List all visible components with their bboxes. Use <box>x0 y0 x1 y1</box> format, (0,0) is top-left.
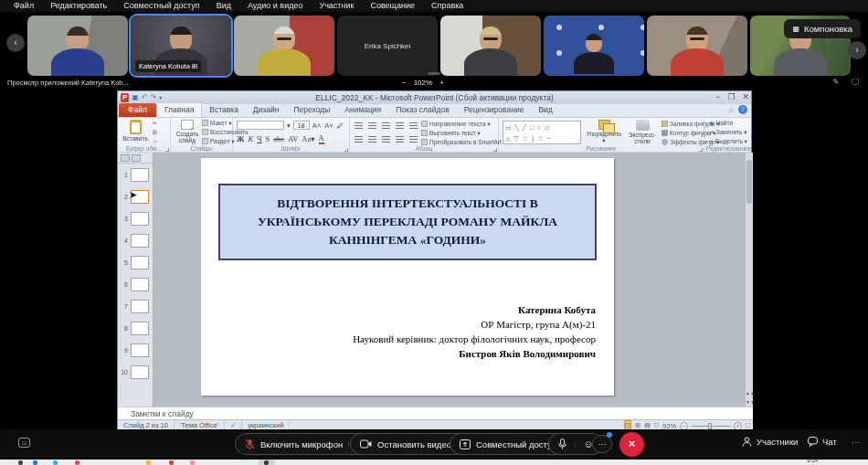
ppt-title-bar[interactable]: P ▣ ↶ ↷ ▾ ELLIC_2022_KK - Microsoft Powe… <box>118 91 751 104</box>
annotate-icon[interactable]: ✎ <box>833 78 840 87</box>
restore-button[interactable]: ❐ <box>727 92 735 101</box>
collapse-ribbon-icon[interactable]: ◬ <box>729 106 734 113</box>
slide-author-block[interactable]: Катерина Кобута ОР Магістр, група А(м)-2… <box>353 302 596 361</box>
tab-transitions[interactable]: Переходы <box>286 103 337 117</box>
taskbar-active-app[interactable] <box>259 460 275 465</box>
grow-font-icon[interactable]: A˄ <box>312 122 322 130</box>
shapes-gallery[interactable]: ▭ ╲ ╱ □ ○ ◇ △ ▽ ☆ } ☆ ~ <box>503 121 581 144</box>
paste-button[interactable]: Вставить <box>122 120 149 142</box>
participant-tile[interactable] <box>27 16 128 76</box>
slide-canvas[interactable]: ВІДТВОРЕННЯ ІНТЕРТЕКСТУАЛЬНОСТІ В УКРАЇН… <box>201 158 614 396</box>
menu-meeting[interactable]: Совещание <box>362 0 423 12</box>
decrease-indent-icon[interactable] <box>382 122 390 130</box>
strip-handle[interactable] <box>428 72 440 75</box>
leave-meeting-button[interactable]: × <box>619 432 644 457</box>
participant-tile[interactable] <box>647 16 747 76</box>
tab-slideshow[interactable]: Показ слайдов <box>388 103 457 117</box>
taskbar-app-icon[interactable] <box>33 460 37 465</box>
italic-button[interactable]: К <box>248 134 253 143</box>
chat-button[interactable]: Чат <box>808 437 837 447</box>
change-case-icon[interactable]: Aa▾ <box>302 134 314 143</box>
scrollbar-thumb[interactable] <box>746 160 752 204</box>
underline-button[interactable]: Ч <box>257 134 262 143</box>
tab-review[interactable]: Рецензирование <box>457 103 532 117</box>
shrink-font-icon[interactable]: A˅ <box>323 122 333 130</box>
justify-icon[interactable] <box>396 136 404 143</box>
new-slide-button[interactable]: Создать слайд <box>173 120 202 143</box>
slide-thumbnail-6[interactable]: 6 <box>118 273 153 295</box>
char-spacing-icon[interactable]: AV <box>288 134 298 143</box>
monitor-icon[interactable]: 🖵 <box>852 78 859 87</box>
menu-file[interactable]: Файл <box>5 0 42 12</box>
taskbar-app-icon[interactable] <box>53 460 58 465</box>
slide-title-box[interactable]: ВІДТВОРЕННЯ ІНТЕРТЕКСТУАЛЬНОСТІ В УКРАЇН… <box>218 184 597 260</box>
taskbar-app-icon[interactable] <box>75 460 79 465</box>
tab-outline-icon[interactable] <box>132 154 141 162</box>
close-button[interactable]: ✕ <box>742 92 749 101</box>
start-icon[interactable] <box>18 460 23 465</box>
tab-view[interactable]: Вид <box>531 103 559 117</box>
font-size-input[interactable]: 18 <box>293 121 310 130</box>
text-direction-button[interactable]: Направление текста ▾ <box>421 121 506 128</box>
copy-icon[interactable]: ⧉ <box>153 129 157 136</box>
replace-button[interactable]: ⇄ Заменить ▾ <box>709 129 747 136</box>
line-spacing-icon[interactable] <box>409 122 418 130</box>
numbered-list-icon[interactable] <box>368 122 376 130</box>
align-right-icon[interactable] <box>382 136 390 143</box>
find-button[interactable]: ◉ Найти <box>709 120 747 127</box>
slide-thumbnail-3[interactable]: 3 <box>118 207 153 229</box>
dialog-launcher-icon[interactable] <box>699 148 703 152</box>
gallery-next-icon[interactable]: › <box>848 41 866 59</box>
slide-thumbnail-10[interactable]: 10 <box>118 361 153 383</box>
menu-edit[interactable]: Редактировать <box>42 0 115 12</box>
bullet-list-icon[interactable] <box>355 122 363 130</box>
slide-thumbnail-4[interactable]: 4 <box>118 229 153 251</box>
overflow-button[interactable]: ··· <box>852 437 861 447</box>
participants-button[interactable]: Участники <box>742 437 798 447</box>
slide-thumbnail-7[interactable]: 7 <box>118 295 153 317</box>
menu-share[interactable]: Совместный доступ <box>115 0 207 12</box>
align-left-icon[interactable] <box>355 136 363 143</box>
cut-icon[interactable]: ✂ <box>153 120 157 127</box>
slide-thumbnail-1[interactable]: 1 <box>118 164 153 185</box>
shadow-button[interactable]: S <box>266 134 270 143</box>
menu-help[interactable]: Справка <box>423 0 471 12</box>
zoom-in-button[interactable]: + <box>439 79 444 87</box>
zoom-slider[interactable] <box>692 426 730 427</box>
menu-audio-video[interactable]: Аудио и видео <box>239 0 312 12</box>
next-slide-icon[interactable]: ▼▼ <box>746 399 754 405</box>
participant-tile[interactable] <box>234 16 334 76</box>
quick-styles-button[interactable]: Экспресс-стили <box>623 120 662 144</box>
participant-tile[interactable] <box>440 16 541 76</box>
select-button[interactable]: ▱ Выделить ▾ <box>709 138 747 145</box>
participant-tile-video-off[interactable]: Erika Spichkei <box>337 16 438 76</box>
tab-file[interactable]: Файл <box>119 103 156 117</box>
columns-icon[interactable] <box>409 136 418 143</box>
participant-tile-kateryna[interactable]: Kateryna Kobuta ⊞ <box>131 16 231 76</box>
participant-tile[interactable] <box>544 16 644 76</box>
dialog-launcher-icon[interactable] <box>165 148 169 152</box>
menu-view[interactable]: Вид <box>208 0 239 12</box>
menu-participant[interactable]: Участник <box>311 0 362 12</box>
notes-pane[interactable]: Заметки к слайду <box>118 407 753 419</box>
record-icon[interactable] <box>558 439 566 449</box>
windows-taskbar[interactable]: 9:14 <box>0 460 868 465</box>
tab-animations[interactable]: Анимация <box>337 103 388 117</box>
gallery-prev-icon[interactable]: ‹ <box>6 34 25 52</box>
tab-insert[interactable]: Вставка <box>202 103 246 117</box>
align-text-button[interactable]: Выровнять текст ▾ <box>421 130 506 137</box>
font-name-input[interactable] <box>237 121 284 130</box>
meeting-info-icon[interactable]: ⊡ <box>18 438 30 448</box>
tab-slides-icon[interactable] <box>121 154 130 162</box>
font-color-icon[interactable]: A <box>319 133 324 144</box>
bold-button[interactable]: Ж <box>237 134 244 143</box>
slide-thumbnail-9[interactable]: 9 <box>118 339 153 361</box>
dialog-launcher-icon[interactable] <box>493 148 497 152</box>
format-painter-icon[interactable]: ⌯ <box>153 138 157 145</box>
clear-format-icon[interactable]: 🖉 <box>336 122 345 130</box>
vertical-scrollbar[interactable]: ▲▲ ▼▼ <box>745 153 753 407</box>
font-name-dropdown-icon[interactable]: ▾ <box>286 122 291 130</box>
taskbar-app-icon[interactable] <box>169 460 174 465</box>
increase-indent-icon[interactable] <box>396 122 404 130</box>
previous-slide-icon[interactable]: ▲▲ <box>746 390 754 396</box>
